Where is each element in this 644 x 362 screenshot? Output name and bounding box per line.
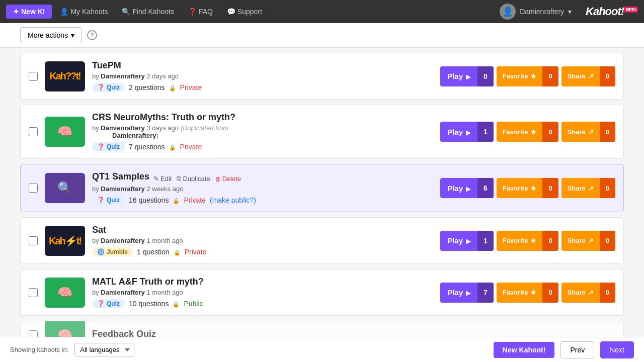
play-button-matl[interactable]: Play 7 (440, 283, 494, 303)
new-k-button[interactable]: New K! (6, 5, 52, 19)
questions-qt1: 16 questions (129, 196, 169, 204)
share-count-matl: 0 (600, 283, 615, 303)
jumble-icon: 🌀 (97, 248, 105, 255)
author-matl: Damienraftery (101, 289, 144, 296)
nav-faq[interactable]: ❓ FAQ (182, 5, 219, 19)
pencil-icon (153, 175, 159, 183)
edit-button-qt1[interactable]: Edit (153, 175, 172, 183)
new-k-icon (13, 8, 19, 16)
language-select[interactable]: All languages English Norwegian Spanish … (74, 343, 134, 356)
user-icon: 👤 (60, 8, 68, 16)
nav-find-kahoots-label: Find Kahoots (132, 8, 174, 16)
play-button-qt1[interactable]: Play 6 (440, 178, 494, 198)
duplicate-button-qt1[interactable]: Duplicate (177, 174, 210, 183)
row-actions-sat: Play 1 Favorite 0 Share (440, 231, 615, 251)
quiz-icon: ❓ (97, 84, 105, 91)
visibility-qt1: Private (184, 196, 206, 204)
help-icon-char: ? (90, 32, 94, 39)
username-label: Damienraftery (520, 8, 564, 16)
kahoot-meta-tuepm: by Damienraftery 2 days ago (92, 72, 433, 80)
questions-tuepm: 2 questions (129, 83, 165, 92)
kahoot-title-sat: Sat (92, 225, 433, 235)
duplicated-author: Damienraftery (112, 132, 156, 139)
more-actions-button[interactable]: More actions (20, 27, 82, 43)
share-icon (588, 185, 594, 192)
time-ago-sat: 1 month ago (146, 237, 183, 244)
kahoot-tags-matl: ❓ Quiz 10 questions Public (92, 299, 433, 308)
nav-faq-label: FAQ (199, 8, 213, 16)
share-icon (588, 289, 594, 296)
thumb-label: 🧠 (45, 117, 85, 147)
quiz-icon: ❓ (97, 143, 105, 150)
share-button-crs[interactable]: Share 0 (561, 122, 615, 142)
share-text: Share (568, 289, 586, 296)
thumb-label: Kah??t! (45, 61, 85, 92)
lock-icon-tuepm (169, 83, 176, 92)
star-icon (530, 128, 536, 136)
kahoot-info-matl: MATL A&F Truth or myth? by Damienraftery… (92, 277, 433, 308)
make-public-link[interactable]: (make public?) (210, 196, 256, 204)
next-button[interactable]: Next (600, 341, 634, 358)
lock-icon-crs (169, 143, 176, 151)
share-button-sat[interactable]: Share 0 (561, 231, 615, 251)
favorite-count-tuepm: 0 (542, 66, 558, 86)
favorite-text: Favorite (503, 237, 528, 244)
support-icon: 💬 (227, 8, 235, 16)
beta-badge: BETA (624, 7, 638, 13)
delete-button-qt1[interactable]: Delete (215, 175, 242, 183)
help-button[interactable]: ? (87, 30, 97, 40)
prev-button[interactable]: Prev (560, 341, 594, 358)
share-count-qt1: 0 (600, 178, 615, 198)
favorite-button-tuepm[interactable]: Favorite 0 (497, 66, 558, 86)
thumb-label: Kah⚡t! (45, 226, 85, 256)
new-k-label: New K! (21, 8, 45, 16)
play-button-sat[interactable]: Play 1 (440, 231, 494, 251)
user-menu[interactable]: 👤 Damienraftery ▾ (500, 4, 572, 20)
nav-find-kahoots[interactable]: 🔍 Find Kahoots (116, 5, 180, 19)
star-icon (530, 72, 536, 80)
star-icon (530, 289, 536, 296)
new-kahoot-button[interactable]: New Kahoot! (494, 342, 555, 358)
share-button-qt1[interactable]: Share 0 (561, 178, 615, 198)
lock-icon-sat (174, 248, 181, 256)
row-checkbox-tuepm[interactable] (29, 72, 38, 81)
footer-bar: Showing kahoots in: All languages Englis… (0, 337, 644, 362)
nav-support-label: Support (237, 8, 262, 16)
row-checkbox-qt1[interactable] (29, 184, 38, 193)
time-ago-matl: 1 month ago (146, 289, 183, 296)
lock-icon-qt1 (173, 196, 180, 204)
play-text: Play (447, 72, 463, 80)
share-count-crs: 0 (600, 122, 615, 142)
kahoot-thumbnail-sat: Kah⚡t! (45, 226, 85, 256)
share-button-matl[interactable]: Share 0 (561, 283, 615, 303)
play-count-qt1: 6 (477, 178, 494, 198)
kahoot-row-qt1: 🔍 QT1 Samples Edit Duplicate (20, 164, 624, 212)
questions-sat: 1 question (137, 248, 170, 256)
row-checkbox-matl[interactable] (29, 288, 38, 297)
share-button-tuepm[interactable]: Share 0 (561, 66, 615, 86)
share-text: Share (568, 128, 586, 136)
play-button-tuepm[interactable]: Play 0 (440, 66, 494, 86)
play-button-crs[interactable]: Play 1 (440, 122, 494, 142)
share-text: Share (568, 72, 586, 80)
play-text: Play (447, 236, 463, 245)
kahoot-row-sat: Kah⚡t! Sat by Damienraftery 1 month ago … (20, 217, 624, 264)
nav-my-kahoots[interactable]: 👤 My Kahoots (54, 5, 114, 19)
main-content: Kah??t! TuePM by Damienraftery 2 days ag… (0, 48, 644, 362)
thumb-label: 🧠 (45, 321, 85, 338)
favorite-button-matl[interactable]: Favorite 0 (497, 283, 558, 303)
favorite-button-sat[interactable]: Favorite 0 (497, 231, 558, 251)
kahoot-thumbnail-crs: 🧠 (45, 117, 85, 147)
play-triangle (466, 288, 470, 297)
favorite-text: Favorite (503, 289, 528, 296)
favorite-button-qt1[interactable]: Favorite 0 (497, 178, 558, 198)
row-checkbox-sat[interactable] (29, 236, 38, 245)
favorite-button-crs[interactable]: Favorite 0 (497, 122, 558, 142)
row-checkbox-crs[interactable] (29, 127, 38, 136)
kahoot-thumbnail-matl: 🧠 (45, 278, 85, 308)
author-tuepm: Damienraftery (101, 72, 144, 80)
nav-support[interactable]: 💬 Support (221, 5, 268, 19)
tag-quiz-qt1: ❓ Quiz (92, 196, 125, 205)
favorite-count-qt1: 0 (542, 178, 558, 198)
share-icon (588, 128, 594, 136)
